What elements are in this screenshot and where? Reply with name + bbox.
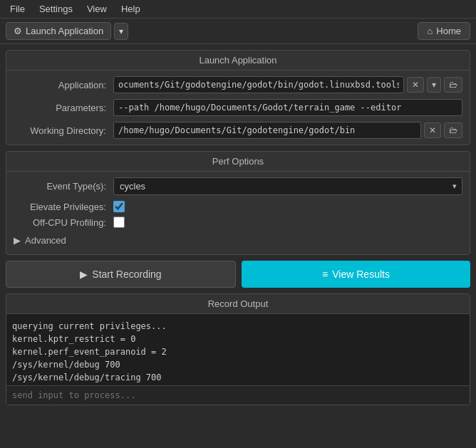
working-dir-clear-button[interactable]: ✕ xyxy=(424,123,441,138)
application-dropdown-button[interactable]: ▾ xyxy=(427,77,441,93)
output-body: querying current privileges... kernel.kp… xyxy=(6,314,470,385)
home-button[interactable]: ⌂ Home xyxy=(418,22,470,40)
application-input[interactable] xyxy=(113,76,404,93)
output-header: Record Output xyxy=(6,294,470,314)
output-text[interactable]: querying current privileges... kernel.kp… xyxy=(6,314,470,385)
elevate-row: Elevate Privileges: xyxy=(14,201,462,212)
working-dir-input[interactable] xyxy=(113,122,421,139)
home-icon: ⌂ xyxy=(427,26,433,36)
menu-help[interactable]: Help xyxy=(114,1,148,16)
event-type-row: Event Type(s): cycles instructions cache… xyxy=(14,177,462,195)
offcpu-row: Off-CPU Profiling: xyxy=(14,217,462,228)
menu-file[interactable]: File xyxy=(3,1,32,16)
process-input[interactable] xyxy=(6,385,470,405)
menu-view[interactable]: View xyxy=(80,1,114,16)
home-label: Home xyxy=(436,26,461,36)
chevron-right-icon: ▶ xyxy=(14,235,21,246)
application-clear-button[interactable]: ✕ xyxy=(407,77,424,93)
elevate-label: Elevate Privileges: xyxy=(14,202,113,212)
menubar: File Settings View Help xyxy=(0,0,476,19)
elevate-checkbox[interactable] xyxy=(113,201,125,212)
launch-panel: Launch Application Application: ✕ ▾ 🗁 Pa… xyxy=(6,50,470,145)
application-label: Application: xyxy=(14,80,113,90)
play-icon: ▶ xyxy=(80,269,88,280)
start-recording-button[interactable]: ▶ Start Recording xyxy=(6,261,236,288)
application-browse-button[interactable]: 🗁 xyxy=(444,77,462,93)
offcpu-checkbox[interactable] xyxy=(113,217,125,228)
perf-panel-header: Perf Options xyxy=(6,152,470,172)
event-type-select[interactable]: cycles instructions cache-misses branch-… xyxy=(113,177,462,195)
parameters-input[interactable] xyxy=(113,99,462,116)
output-panel: Record Output querying current privilege… xyxy=(6,293,470,405)
application-row: Application: ✕ ▾ 🗁 xyxy=(14,76,462,93)
launch-dropdown-button[interactable]: ▾ xyxy=(114,23,128,40)
results-icon: ≡ xyxy=(322,269,328,280)
parameters-label: Parameters: xyxy=(14,103,113,113)
launch-panel-header: Launch Application xyxy=(6,51,470,71)
chevron-down-icon: ▾ xyxy=(119,26,123,36)
advanced-label: Advanced xyxy=(25,235,66,246)
start-recording-label: Start Recording xyxy=(92,269,161,280)
event-type-label: Event Type(s): xyxy=(14,181,113,192)
working-dir-browse-button[interactable]: 🗁 xyxy=(444,123,462,138)
advanced-row[interactable]: ▶ Advanced xyxy=(14,232,462,249)
toolbar: ⚙ Launch Application ▾ ⌂ Home xyxy=(0,19,476,44)
working-dir-row: Working Directory: ✕ 🗁 xyxy=(14,122,462,139)
launch-label: Launch Application xyxy=(26,26,103,36)
working-dir-label: Working Directory: xyxy=(14,125,113,136)
gear-icon: ⚙ xyxy=(14,26,22,36)
action-row: ▶ Start Recording ≡ View Results xyxy=(6,261,470,288)
perf-panel: Perf Options Event Type(s): cycles instr… xyxy=(6,151,470,255)
view-results-label: View Results xyxy=(332,269,390,280)
launch-application-button[interactable]: ⚙ Launch Application xyxy=(6,22,111,40)
menu-settings[interactable]: Settings xyxy=(32,1,80,16)
offcpu-label: Off-CPU Profiling: xyxy=(14,217,113,228)
main-content: Launch Application Application: ✕ ▾ 🗁 Pa… xyxy=(0,44,476,411)
view-results-button[interactable]: ≡ View Results xyxy=(242,261,470,288)
parameters-row: Parameters: xyxy=(14,99,462,116)
